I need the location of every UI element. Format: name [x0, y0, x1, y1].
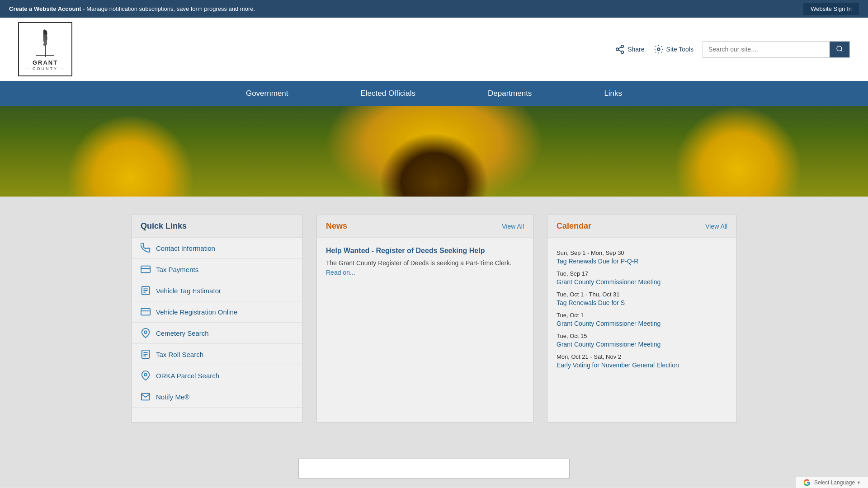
cal-event-1[interactable]: Grant County Commissioner Meeting [557, 278, 727, 286]
cal-date-4: Tue, Oct 15 [557, 333, 727, 339]
news-item-desc-0: The Grant County Register of Deeds is se… [326, 258, 524, 277]
quick-link-notify-me-label: Notify Me® [156, 393, 189, 401]
nav-item-elected-officials[interactable]: Elected Officials [324, 81, 452, 106]
main-nav: Government Elected Officials Departments… [0, 81, 868, 106]
news-view-all-link[interactable]: View All [502, 223, 524, 230]
nav-item-links[interactable]: Links [568, 81, 658, 106]
quick-links-title: Quick Links [132, 215, 302, 238]
svg-rect-23 [141, 309, 150, 315]
svg-point-15 [837, 46, 842, 51]
hero-banner [0, 106, 868, 197]
svg-point-25 [144, 331, 147, 333]
news-header: News View All [317, 215, 533, 238]
quick-link-vehicle-registration-label: Vehicle Registration Online [156, 308, 237, 316]
search-input[interactable] [703, 42, 830, 56]
quick-link-orka-parcel-search[interactable]: ORKA Parcel Search [132, 365, 302, 386]
quick-link-tax-payments[interactable]: Tax Payments [132, 259, 302, 280]
gear-icon [654, 44, 664, 54]
header-tools: Share Site Tools [615, 41, 850, 58]
quick-links-panel: Quick Links Contact Information Tax Paym… [131, 215, 303, 422]
svg-point-30 [144, 373, 147, 376]
logo-name: GRANT [33, 59, 58, 66]
news-title: News [326, 221, 347, 231]
svg-line-13 [618, 47, 621, 49]
cal-date-2: Tue, Oct 1 - Thu, Oct 31 [557, 291, 727, 298]
select-language-label: Select Language [814, 479, 855, 486]
chevron-down-icon: ▼ [857, 480, 861, 485]
site-tools-label: Site Tools [666, 46, 693, 53]
quick-link-contact-label: Contact Information [156, 244, 215, 252]
svg-line-16 [841, 50, 842, 52]
calendar-panel: Calendar View All Sun, Sep 1 - Mon, Sep … [547, 215, 737, 422]
quick-link-vehicle-registration[interactable]: Vehicle Registration Online [132, 301, 302, 323]
bottom-search-input[interactable] [298, 459, 570, 479]
phone-icon [141, 243, 151, 253]
main-content: Quick Links Contact Information Tax Paym… [0, 197, 868, 450]
calendar-header: Calendar View All [547, 215, 736, 238]
svg-point-14 [657, 48, 660, 51]
doc-icon-1 [141, 286, 151, 296]
header: GRANT — COUNTY — Share Site Tools [0, 18, 868, 81]
top-bar: Create a Website Account - Manage notifi… [0, 0, 868, 18]
cal-date-3: Tue, Oct 1 [557, 312, 727, 319]
header-right: Share Site Tools [615, 41, 850, 58]
top-bar-message: Create a Website Account - Manage notifi… [9, 5, 255, 12]
quick-link-cemetery-search[interactable]: Cemetery Search [132, 323, 302, 344]
cal-event-0[interactable]: Tag Renewals Due for P-Q-R [557, 258, 727, 265]
cal-event-4[interactable]: Grant County Commissioner Meeting [557, 341, 727, 348]
doc-icon-2 [141, 349, 151, 359]
card-icon-1 [141, 264, 151, 274]
top-bar-description: - Manage notification subscriptions, sav… [83, 5, 255, 12]
bottom-search-area [0, 450, 868, 488]
create-account-link[interactable]: Create a Website Account [9, 5, 81, 12]
select-language-button[interactable]: Select Language ▼ [814, 479, 861, 486]
cal-event-5[interactable]: Early Voting for November General Electi… [557, 361, 727, 369]
cal-event-2[interactable]: Tag Renewals Due for S [557, 299, 727, 306]
site-tools-button[interactable]: Site Tools [654, 44, 693, 54]
quick-link-cemetery-search-label: Cemetery Search [156, 329, 209, 337]
svg-point-10 [616, 48, 619, 51]
news-body: Help Wanted - Register of Deeds Seeking … [317, 238, 533, 286]
cal-date-0: Sun, Sep 1 - Mon, Sep 30 [557, 249, 727, 256]
svg-line-12 [618, 50, 621, 52]
share-label: Share [627, 46, 644, 53]
quick-link-notify-me[interactable]: Notify Me® [132, 386, 302, 408]
quick-link-tax-roll-search-label: Tax Roll Search [156, 351, 203, 358]
quick-link-tax-payments-label: Tax Payments [156, 266, 198, 273]
quick-link-orka-parcel-search-label: ORKA Parcel Search [156, 372, 219, 380]
svg-point-11 [621, 51, 624, 54]
quick-link-tax-roll-search[interactable]: Tax Roll Search [132, 344, 302, 365]
location-icon-1 [141, 328, 151, 338]
share-button[interactable]: Share [615, 44, 644, 54]
logo-svg [27, 28, 63, 59]
search-icon [836, 45, 843, 52]
google-g-icon [803, 479, 811, 486]
svg-point-9 [621, 45, 624, 48]
logo-box: GRANT — COUNTY — [18, 22, 72, 76]
nav-item-government[interactable]: Government [210, 81, 325, 106]
nav-item-departments[interactable]: Departments [452, 81, 568, 106]
website-sign-in-button[interactable]: Website Sign In [803, 3, 859, 15]
news-read-more-0[interactable]: Read on... [326, 269, 355, 276]
cal-event-3[interactable]: Grant County Commissioner Meeting [557, 320, 727, 327]
logo-sub: — COUNTY — [25, 66, 66, 71]
cal-date-1: Tue, Sep 17 [557, 270, 727, 277]
search-bar [703, 41, 850, 58]
location-icon-2 [141, 371, 151, 380]
calendar-view-all-link[interactable]: View All [705, 223, 727, 230]
cal-date-5: Mon, Oct 21 - Sat, Nov 2 [557, 353, 727, 360]
hero-image [0, 106, 868, 197]
share-icon [615, 44, 625, 54]
card-icon-2 [141, 307, 151, 317]
news-item-title-0[interactable]: Help Wanted - Register of Deeds Seeking … [326, 247, 524, 255]
calendar-body: Sun, Sep 1 - Mon, Sep 30 Tag Renewals Du… [547, 238, 736, 375]
news-panel: News View All Help Wanted - Register of … [316, 215, 533, 422]
envelope-icon [141, 392, 151, 402]
quick-link-vehicle-tag-estimator-label: Vehicle Tag Estimator [156, 287, 221, 295]
quick-link-vehicle-tag-estimator[interactable]: Vehicle Tag Estimator [132, 280, 302, 301]
quick-link-contact-information[interactable]: Contact Information [132, 238, 302, 259]
footer-bar: Select Language ▼ [796, 477, 868, 488]
search-button[interactable] [830, 42, 849, 57]
logo-area: GRANT — COUNTY — [18, 22, 72, 76]
svg-rect-17 [141, 266, 150, 273]
